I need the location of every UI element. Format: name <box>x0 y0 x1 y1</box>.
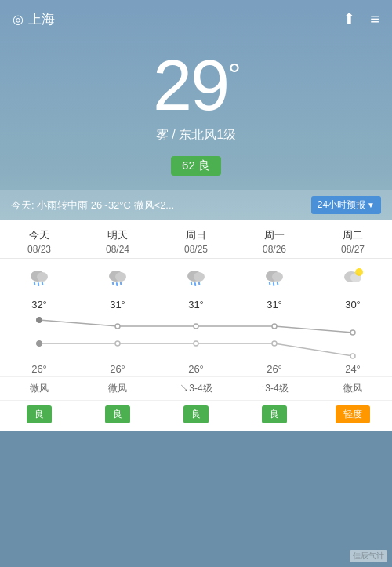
high-temp-1: 31° <box>78 299 157 311</box>
day-col-3: 周一 08/26 <box>235 228 314 255</box>
aqi-badge: 62 良 <box>171 156 221 176</box>
svg-rect-19 <box>277 282 279 285</box>
low-temp-4: 24° <box>314 363 392 375</box>
high-temp-4: 30° <box>314 299 392 311</box>
svg-point-1 <box>37 272 48 282</box>
svg-point-22 <box>355 268 363 276</box>
watermark: 佳辰气计 <box>350 550 387 562</box>
wind-4: 微风 <box>314 382 392 395</box>
svg-rect-3 <box>38 282 40 286</box>
wind-0: 微风 <box>0 382 78 395</box>
high-dot-2 <box>194 324 198 329</box>
weather-icon-0 <box>0 267 78 294</box>
weather-icon-3 <box>235 267 314 294</box>
weekly-forecast-card: 今天 08/23 明天 08/24 周日 08/25 周一 08/26 周二 0… <box>0 220 392 431</box>
day-col-0: 今天 08/23 <box>0 228 78 255</box>
wind-row: 微风 微风 ↘3-4级 ↑3-4级 微风 <box>0 376 392 400</box>
temperature-chart: 32° 31° 31° 31° 30° <box>0 297 392 376</box>
day-date-0: 08/23 <box>0 244 78 255</box>
day-name-4: 周二 <box>314 228 392 242</box>
weather-app: ◎ 上海 ⬆ ≡ 29° 雾 / 东北风1级 62 良 今天: 小雨转中雨 26… <box>0 0 392 431</box>
aqi-col-4: 轻度 <box>314 405 392 423</box>
svg-rect-7 <box>112 282 114 285</box>
weather-icon-1 <box>78 267 157 294</box>
aqi-tag-1: 良 <box>105 405 130 423</box>
high-dot-4 <box>350 330 355 335</box>
day-name-1: 明天 <box>78 228 157 242</box>
low-temps-row: 26° 26° 26° 26° 24° <box>0 362 392 376</box>
aqi-tag-3: 良 <box>262 405 287 423</box>
svg-point-11 <box>194 272 205 282</box>
location-name: 上海 <box>28 10 55 28</box>
aqi-col-3: 良 <box>235 405 314 423</box>
high-temp-2: 31° <box>157 299 235 311</box>
day-date-1: 08/24 <box>78 244 157 255</box>
temperature-value: 29° <box>0 50 392 121</box>
svg-point-16 <box>272 272 283 282</box>
cloud-rain-icon-0 <box>27 267 52 289</box>
temperature-line-chart <box>0 311 392 362</box>
svg-point-6 <box>115 272 126 282</box>
aqi-tag-2: 良 <box>183 405 209 423</box>
svg-rect-2 <box>34 282 36 285</box>
weather-description: 雾 / 东北风1级 <box>0 127 392 144</box>
low-temp-2: 26° <box>157 363 235 375</box>
menu-icon[interactable]: ≡ <box>370 10 379 28</box>
day-col-2: 周日 08/25 <box>157 228 235 255</box>
aqi-tag-0: 良 <box>27 405 52 423</box>
svg-rect-17 <box>269 282 271 285</box>
cloud-rain-icon-2 <box>183 267 209 289</box>
main-temperature-section: 29° 雾 / 东北风1级 62 良 <box>0 35 392 184</box>
share-icon[interactable]: ⬆ <box>343 9 356 28</box>
high-temp-0: 32° <box>0 299 78 311</box>
day-name-2: 周日 <box>157 228 235 242</box>
high-temps-row: 32° 31° 31° 31° 30° <box>0 297 392 311</box>
low-dot-3 <box>272 341 277 346</box>
svg-rect-13 <box>194 282 197 286</box>
low-temp-1: 26° <box>78 363 157 375</box>
cloud-rain-icon-3 <box>262 267 287 289</box>
day-date-4: 08/27 <box>314 244 392 255</box>
high-dot-3 <box>272 324 277 329</box>
svg-rect-4 <box>42 282 44 285</box>
high-dot-1 <box>115 324 120 329</box>
header-actions: ⬆ ≡ <box>343 9 379 28</box>
day-name-0: 今天 <box>0 228 78 242</box>
today-low-dot <box>37 341 42 347</box>
aqi-col-2: 良 <box>157 405 235 423</box>
location-pin-icon: ◎ <box>13 12 24 27</box>
cloud-sun-icon-4 <box>340 267 365 289</box>
aqi-tag-4: 轻度 <box>336 405 370 423</box>
chart-svg-wrapper <box>0 311 392 362</box>
day-date-2: 08/25 <box>157 244 235 255</box>
low-temp-3: 26° <box>235 363 314 375</box>
today-notice-text: 今天: 小雨转中雨 26~32°C 微风<2... <box>11 198 307 213</box>
svg-rect-14 <box>198 282 201 285</box>
today-notice-bar: 今天: 小雨转中雨 26~32°C 微风<2... 24小时预报▼ <box>0 190 392 220</box>
weather-icons-row <box>0 259 392 297</box>
aqi-col-0: 良 <box>0 405 78 423</box>
low-dot-4 <box>350 354 355 358</box>
days-header-row: 今天 08/23 明天 08/24 周日 08/25 周一 08/26 周二 0… <box>0 220 392 259</box>
forecast-24h-button[interactable]: 24小时预报▼ <box>311 196 381 214</box>
cloud-rain-icon-1 <box>105 267 130 289</box>
today-high-dot <box>37 318 42 323</box>
weather-icon-2 <box>157 267 235 294</box>
aqi-col-1: 良 <box>78 405 157 423</box>
low-dot-2 <box>194 341 198 346</box>
day-col-1: 明天 08/24 <box>78 228 157 255</box>
low-dot-1 <box>115 341 120 346</box>
wind-3: ↑3-4级 <box>235 382 314 395</box>
svg-rect-8 <box>116 282 118 286</box>
location-section: ◎ 上海 <box>13 10 55 28</box>
aqi-row: 良 良 良 良 轻度 <box>0 400 392 431</box>
day-name-3: 周一 <box>235 228 314 242</box>
svg-rect-18 <box>273 282 275 286</box>
wind-2: ↘3-4级 <box>157 382 235 395</box>
weather-icon-4 <box>314 267 392 294</box>
header-bar: ◎ 上海 ⬆ ≡ <box>0 0 392 35</box>
svg-rect-12 <box>191 282 193 285</box>
low-temp-0: 26° <box>0 363 78 375</box>
high-temp-3: 31° <box>235 299 314 311</box>
wind-1: 微风 <box>78 382 157 395</box>
